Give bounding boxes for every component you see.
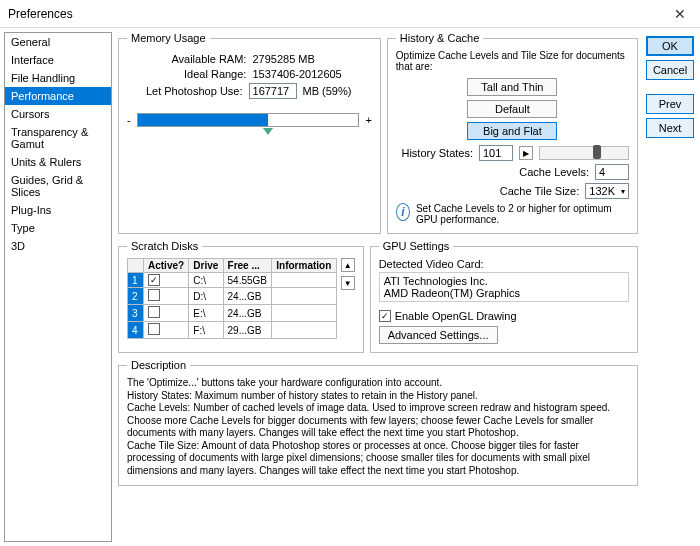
move-down-button[interactable]: ▼: [341, 276, 355, 290]
history-cache-legend: History & Cache: [396, 32, 483, 44]
photoshop-use-label: Let Photoshop Use:: [127, 85, 243, 97]
sidebar-item-units[interactable]: Units & Rulers: [5, 153, 111, 171]
gpu-settings-group: GPU Settings Detected Video Card: ATI Te…: [370, 240, 638, 353]
gpu-detected-label: Detected Video Card:: [379, 258, 629, 270]
gpu-model: AMD Radeon(TM) Graphics: [384, 287, 624, 299]
sidebar-item-cursors[interactable]: Cursors: [5, 105, 111, 123]
cache-levels-label: Cache Levels:: [396, 166, 589, 178]
history-cache-group: History & Cache Optimize Cache Levels an…: [387, 32, 638, 234]
available-ram-label: Available RAM:: [127, 53, 246, 65]
table-row: 4F:\29...GB: [128, 322, 337, 339]
next-button[interactable]: Next: [646, 118, 694, 138]
ideal-range-label: Ideal Range:: [127, 68, 246, 80]
scratch-table: Active? Drive Free ... Information 1✓C:\…: [127, 258, 337, 339]
sidebar-item-3d[interactable]: 3D: [5, 237, 111, 255]
window-title: Preferences: [8, 7, 668, 21]
ok-button[interactable]: OK: [646, 36, 694, 56]
sidebar-item-performance[interactable]: Performance: [5, 87, 111, 105]
desc-p2: History States: Maximum number of histor…: [127, 390, 629, 403]
hc-intro: Optimize Cache Levels and Tile Size for …: [396, 50, 629, 72]
scratch-active-check-2[interactable]: [148, 289, 160, 301]
slider-thumb-icon[interactable]: [263, 128, 273, 135]
available-ram-value: 2795285 MB: [252, 53, 371, 65]
enable-opengl-checkbox[interactable]: ✓: [379, 310, 391, 322]
sidebar-item-interface[interactable]: Interface: [5, 51, 111, 69]
sidebar-item-guides[interactable]: Guides, Grid & Slices: [5, 171, 111, 201]
memory-usage-group: Memory Usage Available RAM:2795285 MB Id…: [118, 32, 381, 234]
scratch-active-check-3[interactable]: [148, 306, 160, 318]
close-icon[interactable]: ✕: [668, 6, 692, 22]
prev-button[interactable]: Prev: [646, 94, 694, 114]
info-icon: i: [396, 203, 410, 221]
big-flat-button[interactable]: Big and Flat: [467, 122, 557, 140]
col-active[interactable]: Active?: [144, 259, 189, 273]
slider-plus[interactable]: +: [365, 114, 371, 126]
gpu-legend: GPU Settings: [379, 240, 454, 252]
scratch-disks-group: Scratch Disks Active? Drive Free ... Inf…: [118, 240, 364, 353]
memory-slider[interactable]: [137, 113, 360, 127]
enable-opengl-label: Enable OpenGL Drawing: [395, 310, 517, 322]
scratch-legend: Scratch Disks: [127, 240, 202, 252]
sidebar-item-plugins[interactable]: Plug-Ins: [5, 201, 111, 219]
cancel-button[interactable]: Cancel: [646, 60, 694, 80]
cache-levels-input[interactable]: [595, 164, 629, 180]
tall-thin-button[interactable]: Tall and Thin: [467, 78, 557, 96]
desc-p3: Cache Levels: Number of cached levels of…: [127, 402, 629, 440]
description-group: Description The 'Optimize...' buttons ta…: [118, 359, 638, 486]
history-slider[interactable]: [539, 146, 629, 160]
table-row: 1✓C:\54.55GB: [128, 273, 337, 288]
table-row: 2D:\24...GB: [128, 288, 337, 305]
sidebar-item-transparency[interactable]: Transparency & Gamut: [5, 123, 111, 153]
advanced-settings-button[interactable]: Advanced Settings...: [379, 326, 498, 344]
slider-minus[interactable]: -: [127, 114, 131, 126]
history-states-label: History States:: [396, 147, 473, 159]
col-info[interactable]: Information: [272, 259, 336, 273]
photoshop-use-input[interactable]: [249, 83, 297, 99]
sidebar-item-type[interactable]: Type: [5, 219, 111, 237]
history-states-spinner[interactable]: ▶: [519, 146, 533, 160]
memory-legend: Memory Usage: [127, 32, 210, 44]
history-states-input[interactable]: [479, 145, 513, 161]
scratch-active-check-1[interactable]: ✓: [148, 274, 160, 286]
gpu-vendor: ATI Technologies Inc.: [384, 275, 624, 287]
move-up-button[interactable]: ▲: [341, 258, 355, 272]
description-legend: Description: [127, 359, 190, 371]
col-drive[interactable]: Drive: [189, 259, 223, 273]
category-sidebar: General Interface File Handling Performa…: [4, 32, 112, 542]
sidebar-item-general[interactable]: General: [5, 33, 111, 51]
table-row: 3E:\24...GB: [128, 305, 337, 322]
cache-tile-label: Cache Tile Size:: [396, 185, 579, 197]
desc-p1: The 'Optimize...' buttons take your hard…: [127, 377, 629, 390]
desc-p4: Cache Tile Size: Amount of data Photosho…: [127, 440, 629, 478]
sidebar-item-file-handling[interactable]: File Handling: [5, 69, 111, 87]
photoshop-use-suffix: MB (59%): [303, 85, 372, 97]
gpu-tip: Set Cache Levels to 2 or higher for opti…: [416, 203, 629, 225]
ideal-range-value: 1537406-2012605: [252, 68, 371, 80]
chevron-down-icon: ▾: [621, 187, 625, 196]
cache-tile-select[interactable]: 132K▾: [585, 183, 629, 199]
default-button[interactable]: Default: [467, 100, 557, 118]
scratch-active-check-4[interactable]: [148, 323, 160, 335]
col-free[interactable]: Free ...: [223, 259, 272, 273]
